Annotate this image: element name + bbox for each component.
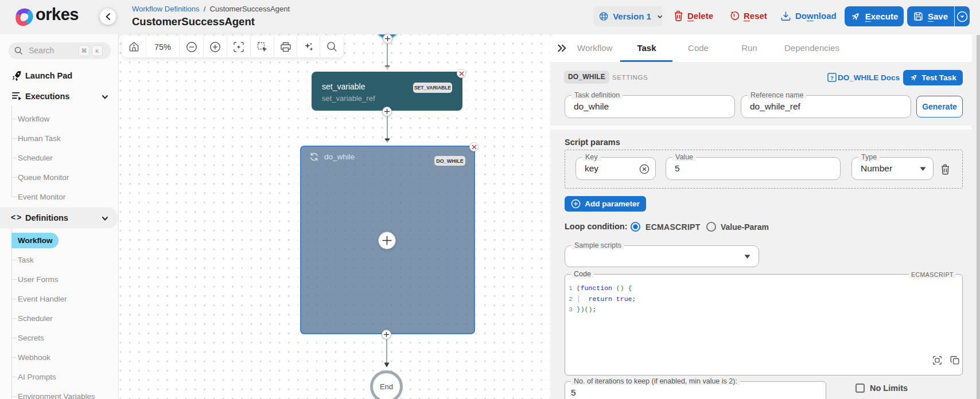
svg-text:?: ?	[830, 75, 834, 81]
